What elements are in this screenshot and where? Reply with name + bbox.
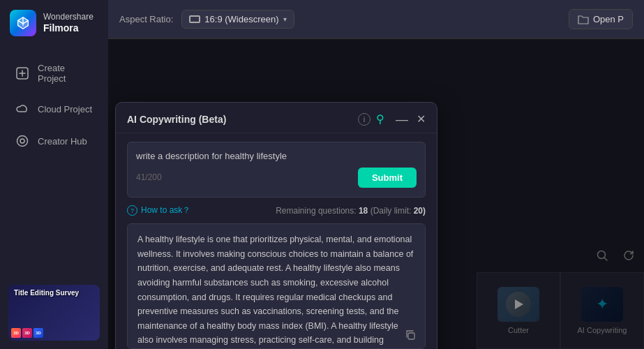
product-name: Filmora (43, 22, 93, 34)
pin-button[interactable]: ⚲ (376, 112, 384, 126)
prompt-text: write a description for healthy lifestyl… (136, 149, 417, 163)
remaining-info: Remaining questions: 18 (Daily limit: 20… (276, 206, 426, 216)
create-project-label: Create Project (38, 63, 93, 84)
cloud-project-label: Cloud Project (38, 104, 92, 114)
info-button[interactable]: i (358, 113, 370, 126)
info-icon: i (364, 115, 365, 124)
svg-point-1 (17, 136, 28, 147)
folder-open-icon (578, 15, 589, 24)
chevron-down-icon: ▾ (283, 15, 287, 23)
canvas-area: Cutter ✦ AI Copywriting (108, 39, 644, 349)
topbar: Aspect Ratio: 16:9 (Widescreen) ▾ Open P (108, 0, 644, 39)
copy-button[interactable] (403, 327, 418, 343)
prompt-area[interactable]: write a description for healthy lifestyl… (127, 142, 426, 198)
cube-badge-2: 3D (22, 328, 32, 338)
modal-title: AI Copywriting (Beta) (127, 114, 352, 125)
help-row: ? How to ask？ Remaining questions: 18 (D… (127, 205, 426, 216)
daily-limit-label: (Daily limit: (370, 206, 412, 216)
remaining-label: Remaining questions: (276, 206, 356, 216)
main-content: Aspect Ratio: 16:9 (Widescreen) ▾ Open P (108, 0, 644, 349)
daily-limit-value: 20) (414, 206, 426, 216)
creator-hub-label: Creator Hub (38, 136, 87, 147)
result-area[interactable]: A healthy lifestyle is one that prioriti… (127, 223, 426, 349)
modal-body: write a description for healthy lifestyl… (116, 133, 437, 349)
modal-overlay: AI Copywriting (Beta) i ⚲ — ✕ write a de… (108, 39, 644, 349)
logo-icon (10, 10, 36, 36)
aspect-ratio-value: 16:9 (Widescreen) (204, 14, 278, 24)
sidebar: Wondershare Filmora Create Project Cloud… (0, 0, 108, 349)
submit-button[interactable]: Submit (358, 168, 417, 188)
how-to-ask-label: How to ask？ (141, 205, 190, 216)
title-survey-banner[interactable]: Title Editing Survey 3D 3D 3D (8, 285, 100, 341)
remaining-count: 18 (359, 206, 368, 216)
open-project-button[interactable]: Open P (569, 9, 633, 29)
survey-label: Title Editing Survey (14, 289, 79, 297)
app-header: Wondershare Filmora (0, 0, 108, 49)
prompt-counter: 41/200 (136, 172, 162, 182)
survey-3d-badges: 3D 3D 3D (11, 328, 43, 338)
sidebar-bottom: Title Editing Survey 3D 3D 3D (0, 276, 108, 349)
brand-name: Wondershare (43, 12, 93, 22)
how-to-ask-link[interactable]: ? How to ask？ (127, 205, 190, 216)
prompt-counter-row: 41/200 Submit (136, 168, 417, 188)
cloud-icon (15, 102, 29, 116)
close-button[interactable]: ✕ (417, 112, 426, 126)
svg-point-2 (20, 139, 24, 143)
svg-rect-4 (408, 333, 414, 339)
how-icon: ? (127, 205, 137, 216)
logo-text: Wondershare Filmora (43, 12, 93, 34)
aspect-ratio-icon (189, 15, 200, 23)
sidebar-item-creator-hub[interactable]: Creator Hub (4, 126, 104, 156)
result-text: A healthy lifestyle is one that prioriti… (137, 232, 415, 349)
minimize-button[interactable]: — (396, 113, 408, 126)
topbar-right: Open P (569, 9, 633, 29)
modal-header: AI Copywriting (Beta) i ⚲ — ✕ (116, 103, 437, 133)
copy-icon (405, 329, 416, 341)
ai-copywriting-modal: AI Copywriting (Beta) i ⚲ — ✕ write a de… (115, 102, 437, 349)
create-project-icon (15, 66, 29, 80)
aspect-ratio-label: Aspect Ratio: (119, 14, 173, 24)
cube-badge-1: 3D (11, 328, 21, 338)
sidebar-item-create-project[interactable]: Create Project (4, 54, 104, 92)
aspect-ratio-select[interactable]: 16:9 (Widescreen) ▾ (181, 10, 294, 29)
sidebar-item-cloud-project[interactable]: Cloud Project (4, 94, 104, 124)
sidebar-navigation: Create Project Cloud Project Creator Hub (0, 49, 108, 162)
open-btn-label: Open P (593, 14, 624, 24)
cube-badge-3: 3D (33, 328, 43, 338)
creator-hub-icon (15, 134, 29, 148)
